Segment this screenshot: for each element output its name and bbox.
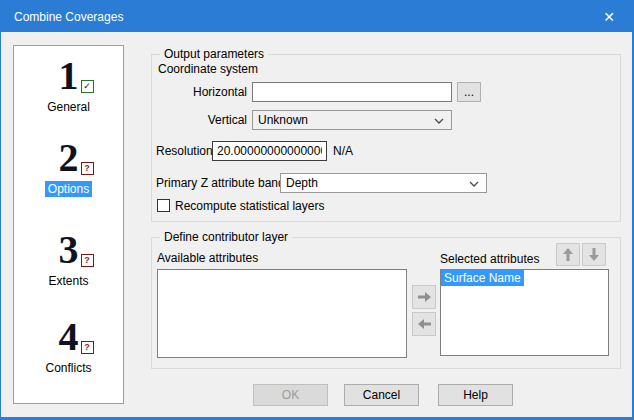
- step-complete-check-icon: ✓: [81, 80, 94, 93]
- step-4-number: 4: [59, 314, 79, 359]
- close-icon[interactable]: ✕: [586, 1, 632, 32]
- chevron-down-icon: [434, 118, 444, 124]
- combine-coverages-dialog: Combine Coverages ✕ 1 ✓ General 2 ? Opti…: [0, 0, 634, 420]
- chevron-down-icon: [469, 181, 479, 187]
- step-3-label: Extents: [45, 273, 91, 289]
- define-contributor-layer-group: Define contributor layer Available attri…: [151, 237, 621, 369]
- step-1-label: General: [44, 99, 93, 115]
- browse-button[interactable]: ...: [457, 82, 481, 102]
- vertical-label: Vertical: [152, 113, 247, 127]
- recompute-statistical-layers-label: Recompute statistical layers: [175, 199, 324, 213]
- horizontal-coordinate-input[interactable]: [252, 82, 452, 102]
- resolution-input[interactable]: [212, 141, 327, 161]
- list-item[interactable]: Surface Name: [441, 270, 524, 286]
- resolution-units-label: N/A: [333, 144, 353, 158]
- sidebar-item-extents[interactable]: 3 ? Extents: [14, 232, 123, 288]
- sidebar-item-general[interactable]: 1 ✓ General: [14, 58, 123, 114]
- arrow-down-icon: [589, 248, 599, 261]
- wizard-step-list: 1 ✓ General 2 ? Options 3 ? Extents 4 ?: [13, 45, 124, 404]
- resolution-label: Resolution: [156, 144, 213, 158]
- step-3-number: 3: [59, 227, 79, 272]
- output-parameters-group: Output parameters Coordinate system Hori…: [151, 54, 621, 222]
- cancel-button[interactable]: Cancel: [344, 384, 419, 406]
- arrow-left-icon: [418, 319, 431, 329]
- primary-z-attribute-band-select[interactable]: Depth: [280, 173, 487, 193]
- horizontal-label: Horizontal: [152, 85, 247, 99]
- step-question-icon: ?: [81, 341, 94, 354]
- window-title: Combine Coverages: [14, 10, 123, 24]
- sidebar-item-conflicts[interactable]: 4 ? Conflicts: [14, 319, 123, 375]
- available-attributes-list[interactable]: [157, 269, 407, 358]
- primary-z-attribute-band-label: Primary Z attribute band: [156, 176, 285, 190]
- add-attribute-button[interactable]: [412, 285, 436, 309]
- available-attributes-label: Available attributes: [157, 251, 258, 265]
- step-2-number: 2: [59, 135, 79, 180]
- ok-button[interactable]: OK: [253, 384, 328, 406]
- recompute-statistical-layers-checkbox[interactable]: [157, 199, 170, 212]
- selected-attributes-label: Selected attributes: [440, 252, 539, 266]
- step-question-icon: ?: [81, 162, 94, 175]
- title-bar: Combine Coverages ✕: [1, 1, 632, 32]
- coordinate-system-label: Coordinate system: [158, 62, 258, 76]
- selected-attributes-list[interactable]: Surface Name: [440, 269, 609, 356]
- sidebar-item-options[interactable]: 2 ? Options: [14, 140, 123, 196]
- move-down-button[interactable]: [582, 243, 606, 266]
- step-1-number: 1: [59, 53, 79, 98]
- step-2-label: Options: [45, 181, 92, 197]
- output-parameters-group-title: Output parameters: [160, 47, 268, 61]
- step-question-icon: ?: [81, 254, 94, 267]
- arrow-right-icon: [418, 292, 431, 302]
- arrow-up-icon: [563, 248, 573, 261]
- remove-attribute-button[interactable]: [412, 312, 436, 336]
- move-up-button[interactable]: [556, 243, 580, 266]
- step-4-label: Conflicts: [42, 360, 94, 376]
- define-contributor-layer-group-title: Define contributor layer: [160, 230, 292, 244]
- vertical-coordinate-select[interactable]: Unknown: [252, 110, 452, 130]
- vertical-selected-value: Unknown: [258, 113, 308, 127]
- primary-z-selected-value: Depth: [286, 176, 318, 190]
- help-button[interactable]: Help: [438, 384, 513, 406]
